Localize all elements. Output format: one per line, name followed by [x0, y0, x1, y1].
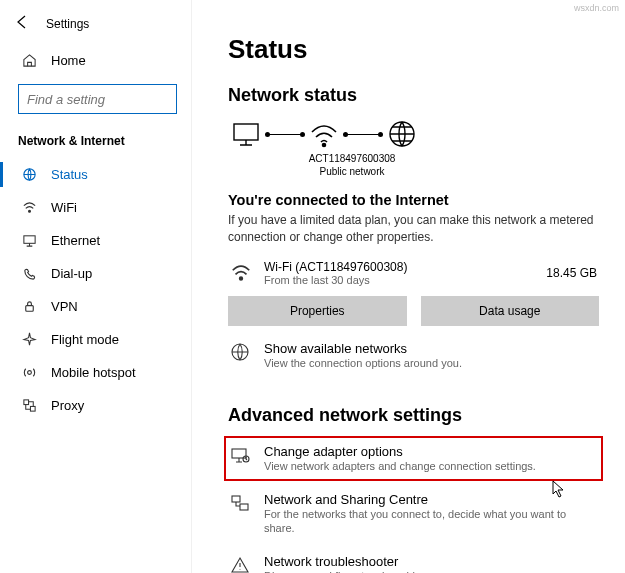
wifi-signal-icon [308, 118, 340, 150]
search-input[interactable] [27, 92, 196, 107]
svg-rect-7 [234, 124, 258, 140]
svg-point-8 [323, 144, 326, 147]
globe-icon [230, 342, 250, 362]
sharing-centre-option[interactable]: Network and Sharing Centre For the netwo… [228, 483, 599, 545]
connection-line [346, 134, 380, 135]
home-label: Home [51, 53, 86, 68]
status-icon [22, 167, 37, 182]
page-title: Status [228, 34, 599, 65]
connected-title: You're connected to the Internet [228, 192, 599, 208]
svg-rect-5 [24, 400, 29, 405]
svg-point-10 [240, 277, 243, 280]
hotspot-icon [22, 365, 37, 380]
svg-rect-15 [240, 504, 248, 510]
adapter-option-title: Change adapter options [264, 444, 536, 459]
connection-line [268, 134, 302, 135]
network-diagram [228, 118, 599, 150]
troubleshooter-desc: Diagnose and fix network problems. [264, 569, 439, 573]
home-button[interactable]: Home [0, 45, 191, 76]
nav-label: Flight mode [51, 332, 119, 347]
warning-icon [230, 555, 250, 573]
sharing-title: Network and Sharing Centre [264, 492, 597, 507]
usage-period: From the last 30 days [264, 274, 534, 286]
nav-label: Status [51, 167, 88, 182]
back-icon[interactable] [14, 14, 30, 33]
settings-title: Settings [46, 17, 89, 31]
svg-rect-14 [232, 496, 240, 502]
nav-label: Dial-up [51, 266, 92, 281]
category-title: Network & Internet [0, 128, 191, 158]
svg-point-4 [28, 371, 32, 375]
usage-row: Wi-Fi (ACT118497600308) From the last 30… [228, 256, 599, 296]
svg-point-1 [29, 210, 31, 212]
home-icon [22, 53, 37, 68]
ethernet-icon [22, 233, 37, 248]
wifi-icon [22, 200, 37, 215]
sharing-icon [230, 493, 250, 513]
watermark: wsxdn.com [574, 3, 619, 13]
sidebar-item-dialup[interactable]: Dial-up [0, 257, 191, 290]
adapter-name: Wi-Fi (ACT118497600308) [264, 260, 534, 274]
nav-label: VPN [51, 299, 78, 314]
globe-icon [386, 118, 418, 150]
wifi-icon [230, 262, 252, 284]
show-networks-option[interactable]: Show available networks View the connect… [228, 332, 599, 379]
sidebar: Settings Home Network & Internet Status … [0, 0, 192, 573]
settings-header: Settings [0, 10, 191, 45]
ssid-label: ACT118497600308 [292, 152, 412, 165]
sidebar-item-status[interactable]: Status [0, 158, 191, 191]
advanced-title: Advanced network settings [228, 405, 599, 426]
troubleshooter-title: Network troubleshooter [264, 554, 439, 569]
network-status-title: Network status [228, 85, 599, 106]
nav-label: Proxy [51, 398, 84, 413]
dialup-icon [22, 266, 37, 281]
nav-label: Mobile hotspot [51, 365, 136, 380]
main-content: Status Network status ACT118497600308 Pu… [192, 0, 625, 573]
connected-body: If you have a limited data plan, you can… [228, 212, 599, 246]
proxy-icon [22, 398, 37, 413]
show-networks-desc: View the connection options around you. [264, 356, 462, 370]
properties-button[interactable]: Properties [228, 296, 407, 326]
sharing-desc: For the networks that you connect to, de… [264, 507, 597, 536]
nav-label: WiFi [51, 200, 77, 215]
sidebar-item-mobile-hotspot[interactable]: Mobile hotspot [0, 356, 191, 389]
sidebar-item-ethernet[interactable]: Ethernet [0, 224, 191, 257]
diagram-labels: ACT118497600308 Public network [292, 152, 412, 178]
sidebar-item-vpn[interactable]: VPN [0, 290, 191, 323]
vpn-icon [22, 299, 37, 314]
nav-label: Ethernet [51, 233, 100, 248]
svg-rect-6 [30, 406, 35, 411]
svg-rect-3 [26, 306, 34, 312]
sidebar-item-proxy[interactable]: Proxy [0, 389, 191, 422]
search-box[interactable] [18, 84, 177, 114]
troubleshooter-option[interactable]: Network troubleshooter Diagnose and fix … [228, 545, 599, 573]
sidebar-item-wifi[interactable]: WiFi [0, 191, 191, 224]
adapter-option-desc: View network adapters and change connect… [264, 459, 536, 473]
computer-icon [230, 118, 262, 150]
adapter-icon [230, 445, 250, 465]
show-networks-title: Show available networks [264, 341, 462, 356]
data-usage-button[interactable]: Data usage [421, 296, 600, 326]
network-type-label: Public network [292, 165, 412, 178]
svg-rect-2 [24, 236, 35, 244]
button-row: Properties Data usage [228, 296, 599, 326]
change-adapter-option[interactable]: Change adapter options View network adap… [224, 436, 603, 481]
sidebar-item-flight-mode[interactable]: Flight mode [0, 323, 191, 356]
airplane-icon [22, 332, 37, 347]
usage-value: 18.45 GB [546, 266, 597, 280]
